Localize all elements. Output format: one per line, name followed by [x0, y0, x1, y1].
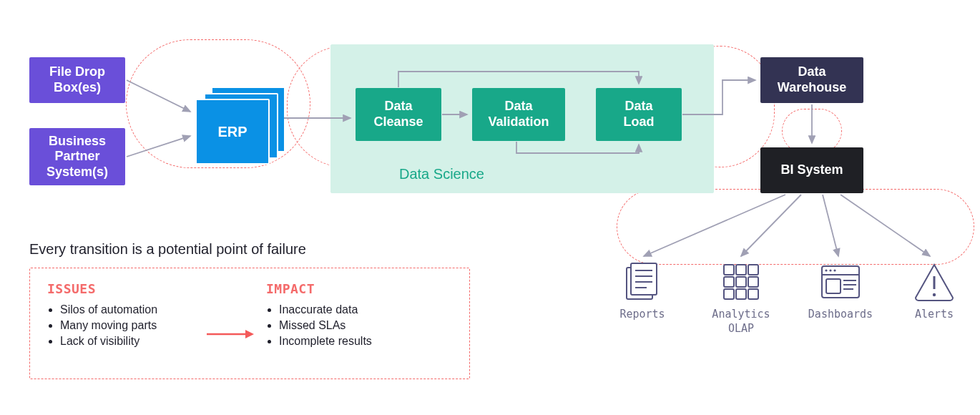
issues-impact-panel: ISSUES Silos of automation Many moving p… — [29, 268, 470, 379]
source-business-partner: Business Partner System(s) — [29, 128, 125, 185]
analytics-icon — [724, 265, 758, 299]
erp-box: ERP — [195, 99, 270, 165]
failure-point-bi-top — [782, 109, 842, 153]
impact-list: Inaccurate data Missed SLAs Incomplete r… — [279, 303, 372, 348]
output-label: Reports — [610, 308, 675, 322]
svg-rect-11 — [748, 277, 758, 287]
issues-item: Silos of automation — [60, 303, 157, 316]
svg-point-18 — [829, 269, 831, 271]
output-label: Alerts — [906, 308, 963, 322]
svg-rect-14 — [748, 289, 758, 299]
bi-system-box: BI System — [760, 147, 863, 193]
issues-item: Lack of visibility — [60, 335, 157, 348]
reports-icon — [627, 263, 657, 299]
svg-rect-12 — [724, 289, 734, 299]
impact-item: Inaccurate data — [279, 303, 372, 316]
output-label: Dashboards — [803, 308, 878, 322]
impact-item: Missed SLAs — [279, 319, 372, 332]
svg-rect-20 — [826, 279, 841, 293]
impact-arrow-icon — [205, 327, 255, 341]
step-data-load: Data Load — [596, 88, 682, 141]
svg-rect-9 — [724, 277, 734, 287]
source-file-drop: File Drop Box(es) — [29, 57, 125, 103]
svg-point-17 — [825, 269, 827, 271]
architecture-diagram: Data Science File Drop Box(es) Business … — [0, 0, 980, 415]
impact-item: Incomplete results — [279, 335, 372, 348]
issues-item: Many moving parts — [60, 319, 157, 332]
svg-rect-1 — [631, 263, 657, 295]
step-data-cleanse: Data Cleanse — [356, 88, 441, 141]
data-warehouse-box: Data Warehouse — [760, 57, 863, 103]
impact-header: IMPACT — [266, 281, 372, 296]
svg-point-19 — [833, 269, 836, 271]
svg-rect-8 — [748, 265, 758, 275]
alerts-icon — [916, 265, 953, 301]
output-alerts: Alerts — [906, 260, 963, 322]
svg-rect-13 — [736, 289, 746, 299]
svg-point-25 — [933, 293, 936, 296]
data-science-region-label: Data Science — [399, 166, 484, 182]
output-analytics: Analytics OLAP — [705, 260, 777, 336]
failure-point-bi-outputs — [617, 189, 974, 265]
step-data-validation: Data Validation — [472, 88, 565, 141]
failure-caption: Every transition is a potential point of… — [29, 241, 306, 258]
svg-rect-7 — [736, 265, 746, 275]
output-dashboards: Dashboards — [803, 260, 878, 322]
output-label: Analytics OLAP — [705, 308, 777, 336]
issues-header: ISSUES — [47, 281, 157, 296]
output-reports: Reports — [610, 260, 675, 322]
issues-list: Silos of automation Many moving parts La… — [60, 303, 157, 348]
dashboards-icon — [822, 266, 859, 298]
svg-rect-10 — [736, 277, 746, 287]
svg-rect-6 — [724, 265, 734, 275]
